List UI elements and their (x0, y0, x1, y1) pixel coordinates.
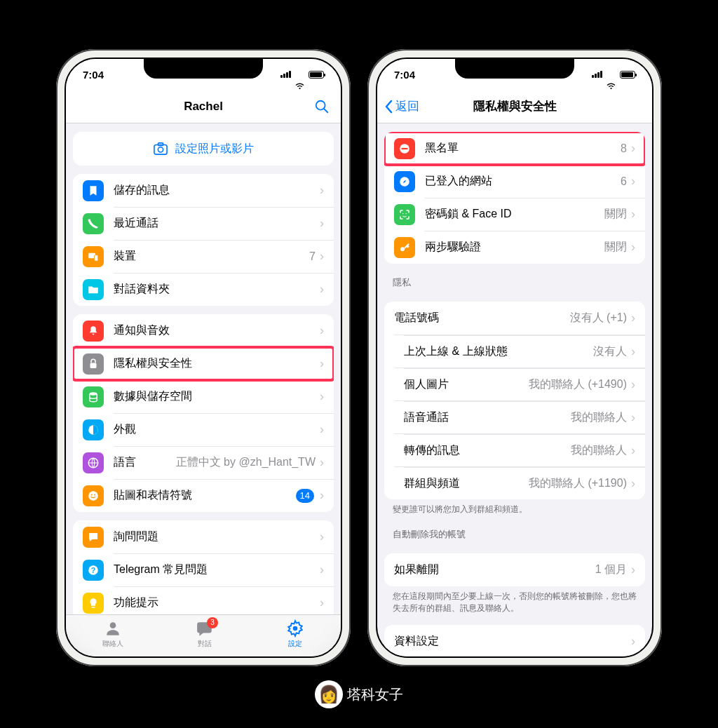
delete-header: 自動刪除我的帳號 (377, 515, 652, 545)
delete-footer: 您在這段期間內至少要上線一次，否則您的帳號將被刪除，您也將失去所有的群組、訊息及… (377, 586, 652, 614)
list-item[interactable]: 詢問問題› (73, 520, 334, 553)
faceid-icon (394, 204, 415, 225)
list-item[interactable]: 已登入的網站6› (384, 165, 645, 198)
row-label: 功能提示 (114, 595, 320, 610)
chevron-right-icon: › (631, 207, 635, 222)
page-title: 隱私權與安全性 (473, 98, 557, 114)
chevron-right-icon: › (631, 562, 635, 577)
list-item[interactable]: 數據與儲存空間› (73, 380, 334, 413)
chevron-right-icon: › (320, 488, 324, 503)
list-item[interactable]: 資料設定› (384, 625, 645, 656)
row-label: 已登入的網站 (425, 174, 621, 189)
chats-icon: 3 (196, 619, 214, 638)
row-value: 8 (621, 142, 627, 155)
row-value: 我的聯絡人 (+1190) (529, 476, 627, 491)
settings-content[interactable]: 設定照片或影片 儲存的訊息›最近通話›裝置7›對話資料夾› 通知與音效›隱私權與… (66, 123, 341, 614)
gear-icon (286, 619, 304, 638)
svg-point-17 (293, 626, 298, 631)
list-item[interactable]: 對話資料夾› (73, 273, 334, 306)
list-item[interactable]: 轉傳的訊息我的聯絡人› (394, 433, 645, 466)
chevron-right-icon: › (631, 174, 635, 189)
chevron-right-icon: › (631, 476, 635, 491)
list-item[interactable]: 最近通話› (73, 207, 334, 240)
chevron-left-icon (384, 100, 393, 114)
row-label: 個人圖片 (404, 377, 529, 392)
row-label: 外觀 (114, 422, 320, 437)
chevron-right-icon: › (320, 249, 324, 264)
list-item[interactable]: 電話號碼沒有人 (+1)› (384, 302, 645, 335)
chevron-right-icon: › (320, 216, 324, 231)
settings-group-2: 通知與音效›隱私權與安全性›數據與儲存空間›外觀›語言正體中文 by @zh_H… (73, 314, 334, 512)
page-title: Rachel (184, 100, 223, 114)
row-label: Telegram 常見問題 (114, 562, 320, 577)
watermark: 👩 塔科女子 (315, 680, 403, 708)
list-item[interactable]: ?Telegram 常見問題› (73, 553, 334, 586)
list-item[interactable]: 儲存的訊息› (73, 174, 334, 207)
back-button[interactable]: 返回 (384, 98, 419, 114)
devices-icon (83, 246, 104, 267)
list-item[interactable]: 功能提示› (73, 586, 334, 614)
list-item[interactable]: 語言正體中文 by @zh_Hant_TW› (73, 446, 334, 479)
privacy-content[interactable]: 黑名單8›已登入的網站6›密碼鎖 & Face ID關閉›兩步驟驗證關閉› 隱私… (377, 123, 652, 656)
row-label: 裝置 (114, 249, 309, 264)
svg-point-13 (94, 494, 95, 495)
row-value: 我的聯絡人 (+1490) (529, 377, 627, 392)
svg-point-11 (88, 491, 98, 501)
list-item[interactable]: 語音通話我的聯絡人› (394, 400, 645, 433)
row-value: 7 (309, 250, 316, 263)
set-photo-button[interactable]: 設定照片或影片 (73, 132, 334, 166)
battery-icon (309, 71, 324, 79)
set-photo-label: 設定照片或影片 (175, 142, 254, 156)
svg-point-23 (400, 247, 405, 251)
list-item[interactable]: 個人圖片我的聯絡人 (+1490)› (394, 368, 645, 400)
row-value: 正體中文 by @zh_Hant_TW (176, 455, 316, 470)
list-item[interactable]: 貼圖和表情符號14› (73, 479, 334, 512)
row-label: 最近通話 (114, 216, 320, 231)
row-value: 我的聯絡人 (571, 443, 627, 458)
row-label: 上次上線 & 上線狀態 (404, 344, 593, 359)
notch (455, 59, 574, 79)
nav-bar: 返回 隱私權與安全性 (377, 90, 652, 123)
chevron-right-icon: › (631, 311, 635, 325)
list-item[interactable]: 黑名單8› (384, 132, 645, 165)
chevron-right-icon: › (631, 141, 635, 156)
list-item[interactable]: 密碼鎖 & Face ID關閉› (384, 198, 645, 231)
status-icons (592, 70, 635, 79)
search-button[interactable] (314, 99, 330, 114)
svg-point-22 (406, 213, 407, 214)
list-item[interactable]: 通知與音效› (73, 314, 334, 347)
row-label: 群組與頻道 (404, 476, 529, 491)
svg-point-12 (91, 494, 93, 495)
watermark-avatar: 👩 (315, 680, 343, 708)
wifi-icon (606, 70, 616, 79)
tab-label: 對話 (198, 639, 212, 649)
row-label: 密碼鎖 & Face ID (425, 207, 604, 222)
camera-icon (153, 142, 168, 156)
list-item[interactable]: 隱私權與安全性› (73, 347, 334, 380)
list-item[interactable]: 裝置7› (73, 240, 334, 273)
row-label: 數據與儲存空間 (114, 389, 320, 404)
status-icons (280, 70, 324, 79)
svg-point-21 (402, 213, 404, 214)
list-item[interactable]: 上次上線 & 上線狀態沒有人› (394, 335, 645, 368)
list-item[interactable]: 外觀› (73, 413, 334, 446)
status-time: 7:04 (394, 69, 415, 81)
list-item[interactable]: 如果離開1 個月› (384, 553, 645, 586)
settings-group-1: 儲存的訊息›最近通話›裝置7›對話資料夾› (73, 174, 334, 306)
row-value: 關閉 (604, 207, 627, 222)
tab-contacts[interactable]: 聯絡人 (102, 619, 123, 649)
chevron-right-icon: › (320, 595, 324, 610)
chevron-right-icon: › (320, 323, 324, 338)
status-time: 7:04 (83, 69, 104, 81)
chevron-right-icon: › (631, 410, 635, 425)
list-item[interactable]: 群組與頻道我的聯絡人 (+1190)› (394, 466, 645, 499)
tab-settings[interactable]: 設定 (286, 619, 304, 649)
signal-icon (280, 71, 291, 78)
list-item[interactable]: 兩步驟驗證關閉› (384, 231, 645, 264)
chevron-right-icon: › (631, 240, 635, 255)
tab-chats[interactable]: 3 對話 (196, 619, 214, 649)
chevron-right-icon: › (631, 377, 635, 392)
battery-icon (620, 71, 635, 79)
row-label: 電話號碼 (394, 311, 570, 325)
nav-bar: Rachel (66, 90, 341, 123)
